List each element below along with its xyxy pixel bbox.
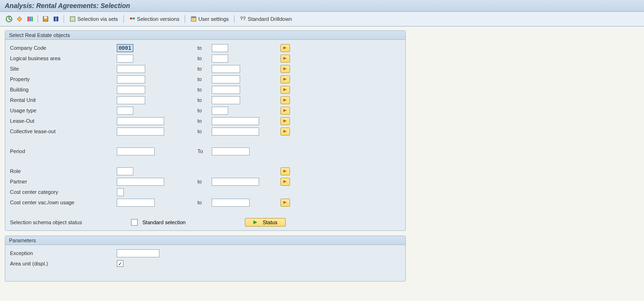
label-cc-vac: Cost center vac./own usage	[10, 200, 117, 205]
toolbar-separator	[185, 15, 185, 23]
input-company-code-from[interactable]	[117, 44, 133, 52]
label-exception: Exception	[10, 250, 117, 256]
label-usage-type: Usage type	[10, 108, 117, 113]
group-parameters: Parameters Exception Area unit (displ.) …	[5, 236, 406, 282]
multiple-selection-role[interactable]	[280, 167, 290, 175]
input-usage-type-from[interactable]	[117, 107, 133, 115]
label-role: Role	[10, 168, 117, 174]
label-standard-selection: Standard selection	[142, 219, 186, 225]
input-cc-vac-from[interactable]	[117, 199, 155, 207]
input-building-from[interactable]	[117, 86, 145, 94]
toolbar-separator	[234, 15, 234, 23]
checkbox-area-unit[interactable]: ✓	[117, 260, 123, 267]
input-rental-unit-to[interactable]	[212, 96, 240, 104]
info-icon[interactable]: i	[52, 15, 60, 23]
input-period-from[interactable]	[117, 147, 155, 155]
input-exception[interactable]	[117, 249, 159, 257]
multiple-selection-coll-lease[interactable]	[280, 128, 290, 136]
multiple-selection-lease-out[interactable]	[280, 117, 290, 125]
input-lease-out-from[interactable]	[117, 117, 164, 125]
group-title-parameters: Parameters	[5, 236, 405, 245]
execute-icon[interactable]	[5, 15, 13, 23]
svg-rect-15	[191, 17, 196, 18]
toolbar-separator	[123, 15, 124, 23]
svg-rect-10	[70, 17, 75, 21]
label-lease-out: Lease-Out	[10, 118, 117, 124]
input-lease-out-to[interactable]	[212, 117, 259, 125]
input-period-to[interactable]	[212, 147, 250, 155]
svg-point-17	[243, 17, 245, 18]
input-role-from[interactable]	[117, 167, 133, 175]
input-usage-type-to[interactable]	[212, 107, 228, 115]
to-label: to	[197, 66, 212, 72]
selection-via-sets-label: Selection via sets	[77, 16, 118, 22]
variant-icon[interactable]	[15, 15, 24, 23]
multiple-selection-rental-unit[interactable]	[280, 96, 290, 104]
user-settings-button[interactable]: User settings	[188, 15, 231, 23]
toolbar: i Selection via sets Selection versions …	[0, 12, 644, 27]
to-label: to	[197, 76, 212, 82]
svg-point-16	[241, 17, 243, 18]
input-partner-from[interactable]	[117, 178, 164, 186]
multiple-selection-property[interactable]	[280, 75, 290, 83]
selection-versions-label: Selection versions	[137, 16, 179, 22]
svg-rect-5	[31, 17, 33, 21]
status-button-label: Status	[262, 219, 277, 225]
multiple-selection-logical-ba[interactable]	[280, 55, 290, 63]
label-logical-ba: Logical business area	[10, 55, 117, 61]
multiple-selection-site[interactable]	[280, 65, 290, 73]
to-label: to	[197, 108, 212, 113]
multiple-selection-company-code[interactable]	[280, 44, 290, 52]
to-label: to	[197, 179, 212, 184]
input-coll-lease-from[interactable]	[117, 128, 164, 136]
label-period: Period	[10, 148, 117, 154]
input-property-to[interactable]	[212, 75, 240, 83]
label-site: Site	[10, 66, 117, 72]
input-cc-category[interactable]	[117, 188, 124, 196]
label-company-code: Company Code	[10, 45, 117, 51]
save-icon[interactable]	[41, 15, 50, 23]
page-title: Analysis: Rental Agreements: Selection	[0, 0, 644, 12]
to-label: To	[197, 148, 212, 154]
label-cc-category: Cost center category	[10, 189, 117, 195]
input-company-code-to[interactable]	[212, 44, 228, 52]
label-selection-schema: Selection schema object status	[10, 219, 131, 225]
multiple-selection-usage-type[interactable]	[280, 107, 290, 115]
to-label: to	[197, 45, 212, 51]
to-label: to	[197, 200, 212, 205]
svg-rect-11	[130, 18, 132, 19]
input-coll-lease-to[interactable]	[212, 128, 259, 136]
multiple-selection-building[interactable]	[280, 86, 290, 94]
input-site-to[interactable]	[212, 65, 240, 73]
to-label: to	[197, 128, 212, 134]
input-property-from[interactable]	[117, 75, 145, 83]
selection-versions-button[interactable]: Selection versions	[127, 15, 181, 23]
multiple-selection-partner[interactable]	[280, 178, 290, 186]
svg-rect-4	[29, 17, 31, 21]
input-building-to[interactable]	[212, 86, 240, 94]
status-button[interactable]: Status	[245, 218, 286, 227]
label-area-unit: Area unit (displ.)	[10, 261, 117, 266]
selection-via-sets-button[interactable]: Selection via sets	[67, 15, 120, 23]
multiple-selection-cc-vac[interactable]	[280, 199, 290, 207]
input-cc-vac-to[interactable]	[212, 199, 250, 207]
label-property: Property	[10, 76, 117, 82]
to-label: to	[197, 118, 212, 124]
standard-drilldown-button[interactable]: Standard Drilldown	[238, 15, 294, 23]
standard-drilldown-label: Standard Drilldown	[248, 16, 292, 22]
toolbar-separator	[37, 15, 38, 23]
input-partner-to[interactable]	[212, 178, 259, 186]
input-logical-ba-to[interactable]	[212, 55, 228, 63]
label-building: Building	[10, 87, 117, 92]
group-real-estate-objects: Select Real Estate objects Company Code …	[5, 30, 406, 231]
data-source-icon[interactable]	[26, 15, 34, 23]
toolbar-separator	[64, 15, 64, 23]
input-rental-unit-from[interactable]	[117, 96, 145, 104]
input-site-from[interactable]	[117, 65, 145, 73]
label-rental-unit: Rental Unit	[10, 97, 117, 103]
to-label: to	[197, 55, 212, 61]
input-logical-ba-from[interactable]	[117, 55, 133, 63]
to-label: to	[197, 87, 212, 92]
group-title-real-estate: Select Real Estate objects	[5, 31, 405, 40]
checkbox-standard-selection[interactable]	[131, 219, 138, 226]
